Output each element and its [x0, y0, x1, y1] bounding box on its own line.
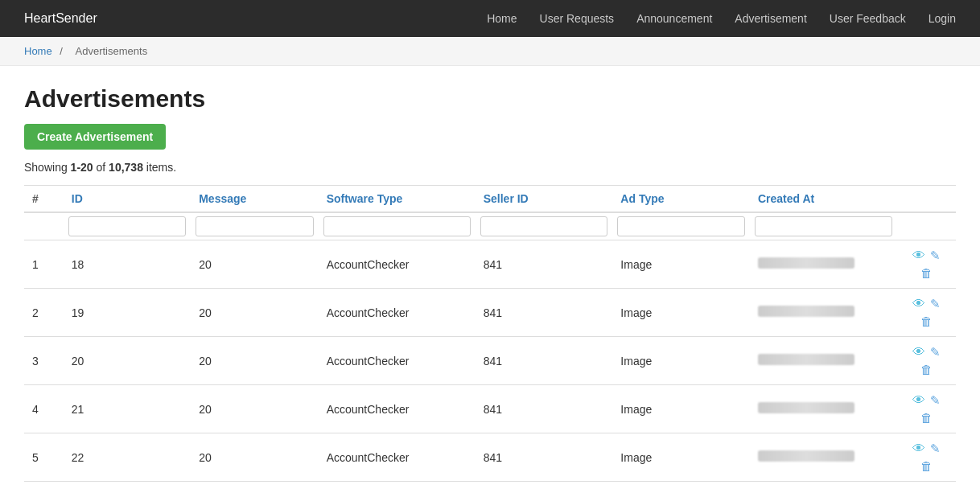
row-actions: 👁 ✎ 🗑	[905, 393, 948, 425]
nav-home[interactable]: Home	[487, 12, 517, 25]
filter-seller-cell	[476, 212, 613, 240]
table-row: 1 18 20 AccountChecker 841 Image 👁 ✎ 🗑	[24, 240, 956, 289]
col-header-message[interactable]: Message	[191, 186, 318, 213]
cell-software-type: AccountChecker	[319, 289, 476, 337]
cell-ad-type: Image	[612, 337, 750, 385]
filter-software-cell	[319, 212, 476, 240]
brand-logo: HeartSender	[24, 11, 97, 26]
col-header-ad-type[interactable]: Ad Type	[612, 186, 750, 213]
col-header-id[interactable]: ID	[64, 186, 191, 213]
row-actions: 👁 ✎ 🗑	[905, 297, 948, 328]
row-actions: 👁 ✎ 🗑	[905, 345, 948, 376]
cell-num: 4	[24, 385, 64, 433]
cell-ad-type: Image	[612, 385, 750, 433]
delete-icon[interactable]: 🗑	[920, 363, 933, 376]
cell-message: 20	[191, 385, 318, 433]
col-header-seller-id[interactable]: Seller ID	[476, 186, 613, 213]
delete-icon[interactable]: 🗑	[920, 459, 933, 473]
view-icon[interactable]: 👁	[912, 249, 925, 263]
cell-id: 19	[64, 289, 191, 337]
cell-id: 22	[64, 433, 191, 482]
breadcrumb-current: Advertisements	[76, 45, 148, 57]
cell-created-at	[750, 240, 897, 289]
col-header-software-type[interactable]: Software Type	[319, 186, 476, 213]
cell-num: 5	[24, 433, 64, 482]
cell-actions: 👁 ✎ 🗑	[897, 337, 956, 385]
view-icon[interactable]: 👁	[912, 297, 925, 311]
edit-icon[interactable]: ✎	[930, 393, 941, 408]
cell-ad-type: Image	[612, 289, 750, 337]
cell-seller-id: 841	[476, 385, 613, 433]
showing-prefix: Showing	[24, 161, 71, 174]
cell-message: 20	[191, 433, 318, 482]
nav-advertisement[interactable]: Advertisement	[735, 12, 806, 25]
actions-top: 👁 ✎	[912, 297, 941, 311]
edit-icon[interactable]: ✎	[930, 249, 941, 263]
delete-icon[interactable]: 🗑	[920, 314, 933, 328]
showing-total: 10,738	[109, 161, 143, 174]
filter-message-input[interactable]	[196, 216, 313, 236]
cell-created-at	[750, 433, 897, 482]
edit-icon[interactable]: ✎	[930, 345, 941, 359]
filter-seller-input[interactable]	[480, 216, 608, 236]
cell-created-at	[750, 337, 897, 385]
edit-icon[interactable]: ✎	[930, 442, 941, 456]
cell-num: 1	[24, 240, 64, 289]
cell-created-at	[750, 385, 897, 433]
cell-num: 3	[24, 337, 64, 385]
col-header-actions	[897, 186, 956, 213]
table-header-row: # ID Message Software Type Seller ID Ad …	[24, 186, 956, 213]
cell-id: 21	[64, 385, 191, 433]
actions-top: 👁 ✎	[912, 393, 941, 408]
cell-seller-id: 841	[476, 289, 613, 337]
showing-of: of	[93, 161, 109, 174]
breadcrumb-separator: /	[60, 45, 65, 57]
cell-id: 20	[64, 337, 191, 385]
cell-ad-type: Image	[612, 240, 750, 289]
filter-created-input[interactable]	[755, 216, 892, 236]
nav-user-feedback[interactable]: User Feedback	[830, 12, 906, 25]
col-header-created-at[interactable]: Created At	[750, 186, 897, 213]
delete-icon[interactable]: 🗑	[920, 411, 933, 425]
showing-suffix: items.	[143, 161, 176, 174]
page-title: Advertisements	[24, 85, 956, 113]
filter-software-input[interactable]	[323, 216, 471, 236]
row-actions: 👁 ✎ 🗑	[905, 442, 948, 473]
table-row: 2 19 20 AccountChecker 841 Image 👁 ✎ 🗑	[24, 289, 956, 337]
actions-top: 👁 ✎	[912, 249, 941, 263]
filter-id-input[interactable]	[68, 216, 186, 236]
cell-actions: 👁 ✎ 🗑	[897, 385, 956, 433]
cell-seller-id: 841	[476, 433, 613, 482]
filter-row	[24, 212, 956, 240]
cell-software-type: AccountChecker	[319, 433, 476, 482]
filter-adtype-input[interactable]	[617, 216, 745, 236]
filter-id-cell	[64, 212, 191, 240]
cell-ad-type: Image	[612, 433, 750, 482]
view-icon[interactable]: 👁	[912, 345, 925, 359]
filter-actions-cell	[897, 212, 956, 240]
view-icon[interactable]: 👁	[912, 393, 925, 408]
cell-actions: 👁 ✎ 🗑	[897, 289, 956, 337]
cell-num: 2	[24, 289, 64, 337]
view-icon[interactable]: 👁	[912, 442, 925, 456]
cell-software-type: AccountChecker	[319, 240, 476, 289]
filter-adtype-cell	[612, 212, 750, 240]
table-body: 1 18 20 AccountChecker 841 Image 👁 ✎ 🗑 2…	[24, 240, 956, 482]
breadcrumb-home[interactable]: Home	[24, 45, 52, 57]
nav-login[interactable]: Login	[929, 12, 956, 25]
navbar: HeartSender Home User Requests Announcem…	[0, 0, 980, 37]
advertisements-table: # ID Message Software Type Seller ID Ad …	[24, 185, 956, 482]
create-advertisement-button[interactable]: Create Advertisement	[24, 124, 166, 150]
table-row: 5 22 20 AccountChecker 841 Image 👁 ✎ 🗑	[24, 433, 956, 482]
edit-icon[interactable]: ✎	[930, 297, 941, 311]
cell-software-type: AccountChecker	[319, 337, 476, 385]
nav-user-requests[interactable]: User Requests	[540, 12, 615, 25]
row-actions: 👁 ✎ 🗑	[905, 249, 948, 280]
showing-text: Showing 1-20 of 10,738 items.	[24, 161, 956, 174]
showing-range: 1-20	[71, 161, 93, 174]
cell-message: 20	[191, 240, 318, 289]
delete-icon[interactable]: 🗑	[920, 266, 933, 280]
actions-top: 👁 ✎	[912, 345, 941, 359]
cell-message: 20	[191, 289, 318, 337]
nav-announcement[interactable]: Announcement	[636, 12, 712, 25]
